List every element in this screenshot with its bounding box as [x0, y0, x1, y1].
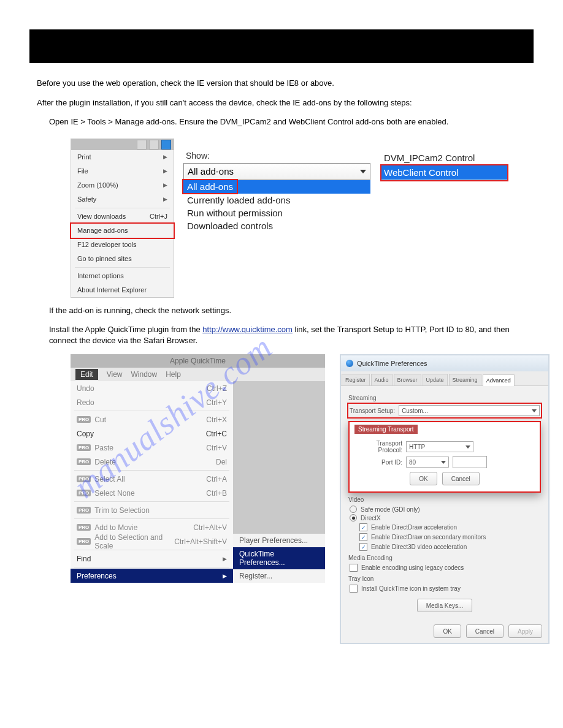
menu-pinned-sites[interactable]: Go to pinned sites: [71, 252, 174, 266]
show-label: Show:: [186, 151, 370, 161]
sub-player-prefs[interactable]: Player Preferences...: [233, 534, 325, 547]
prefs-submenu: Player Preferences... QuickTime Preferen…: [233, 534, 325, 583]
chevron-right-icon: ▶: [163, 168, 167, 174]
header-bar: [29, 29, 534, 63]
tab-streaming[interactable]: Streaming: [449, 374, 481, 385]
chevron-down-icon: [441, 461, 446, 464]
home-icon[interactable]: [137, 140, 147, 150]
select-value: All add-ons: [188, 166, 234, 176]
group-tray: Tray Icon: [348, 575, 541, 582]
radio-label: DirectX: [361, 515, 381, 521]
addon-row-webclient[interactable]: WebClient Control: [381, 165, 507, 180]
addon-row-ipcam[interactable]: DVM_IPCam2 Control: [381, 151, 507, 165]
mi-undo: UndoCtrl+Z: [71, 381, 233, 395]
media-keys-button[interactable]: Media Keys...: [417, 599, 473, 612]
mi-preferences[interactable]: Preferences▶: [71, 569, 233, 583]
mi-copy[interactable]: CopyCtrl+C: [71, 427, 233, 441]
mi-trim: PROTrim to Selection: [71, 503, 233, 517]
dialog-apply-button[interactable]: Apply: [508, 624, 542, 638]
menu-view-downloads[interactable]: View downloadsCtrl+J: [71, 210, 174, 224]
tab-audio[interactable]: Audio: [371, 374, 393, 385]
chevron-right-icon: ▶: [223, 556, 227, 562]
radio-directx[interactable]: DirectX: [350, 514, 541, 521]
menu-label: Manage add-ons: [77, 227, 128, 234]
mi-select-none: PROSelect NoneCtrl+B: [71, 486, 233, 500]
menu-internet-options[interactable]: Internet options: [71, 269, 174, 283]
menu-about-ie[interactable]: About Internet Explorer: [71, 283, 174, 297]
transport-setup-row: Transport Setup: Custom...: [348, 404, 541, 417]
cancel-button[interactable]: Cancel: [442, 472, 480, 485]
menu-label: Go to pinned sites: [77, 255, 132, 262]
dialog-titlebar: QuickTime Preferences: [341, 355, 548, 371]
option-run-without-permission[interactable]: Run without permission: [183, 207, 370, 219]
menu-view[interactable]: View: [107, 370, 123, 379]
menu-label: File: [77, 167, 88, 175]
show-select[interactable]: All add-ons: [183, 163, 370, 180]
chk-label: Enable Direct3D video acceleration: [371, 544, 467, 550]
select-value: 80: [409, 459, 416, 466]
mi-find[interactable]: Find▶: [71, 552, 233, 566]
option-all-addons[interactable]: All add-ons: [183, 180, 237, 193]
menu-help[interactable]: Help: [166, 370, 181, 379]
para-2: After the plugin installation, if you st…: [37, 97, 526, 108]
menu-label: Print: [77, 153, 91, 161]
qt-menubar: Edit View Window Help: [71, 368, 325, 381]
nested-title: Streaming Transport: [354, 425, 418, 434]
menu-manage-addons[interactable]: Manage add-ons: [71, 224, 174, 238]
dialog-ok-button[interactable]: OK: [434, 624, 461, 638]
para-3: Open IE > Tools > Manage add-ons. Ensure…: [49, 116, 526, 127]
menu-window[interactable]: Window: [131, 370, 157, 379]
group-streaming: Streaming: [348, 395, 541, 401]
menu-edit[interactable]: Edit: [75, 369, 98, 380]
tabs: Register Audio Browser Update Streaming …: [341, 371, 548, 386]
port-id-input[interactable]: [453, 456, 487, 468]
chk-label: Enable DirectDraw on secondary monitors: [371, 534, 486, 540]
radio-safe-mode[interactable]: Safe mode (GDI only): [350, 506, 541, 513]
menu-f12[interactable]: F12 developer tools: [71, 238, 174, 252]
chk-tray-icon[interactable]: Install QuickTime icon in system tray: [350, 585, 541, 593]
tab-advanced[interactable]: Advanced: [483, 374, 515, 386]
addon-show-block: Show: All add-ons All add-ons Currently …: [183, 138, 370, 232]
ie-tools-menu: Print▶ File▶ Zoom (100%)▶ Safety▶ View d…: [71, 138, 174, 298]
quicktime-edit-menu: Apple QuickTime Edit View Window Help Un…: [71, 354, 325, 583]
menu-safety[interactable]: Safety▶: [71, 192, 174, 207]
mi-select-all: PROSelect AllCtrl+A: [71, 472, 233, 486]
quicktime-link[interactable]: http://www.quicktime.com: [202, 325, 293, 334]
sub-qt-prefs[interactable]: QuickTime Preferences...: [233, 547, 325, 569]
radio-label: Safe mode (GDI only): [361, 506, 420, 513]
ok-button[interactable]: OK: [410, 472, 437, 485]
quicktime-icon: [346, 360, 353, 367]
chk-label: Install QuickTime icon in system tray: [361, 585, 461, 592]
qt-window-title: Apple QuickTime: [71, 354, 325, 368]
menu-label: Safety: [77, 195, 96, 203]
sub-register[interactable]: Register...: [233, 569, 325, 583]
dialog-cancel-button[interactable]: Cancel: [466, 624, 504, 638]
tab-browser[interactable]: Browser: [394, 374, 421, 385]
transport-protocol-select[interactable]: HTTP: [406, 441, 473, 452]
port-id-select[interactable]: 80: [406, 457, 449, 468]
gear-icon[interactable]: [161, 140, 171, 150]
chevron-right-icon: ▶: [223, 573, 227, 579]
menu-print[interactable]: Print▶: [71, 150, 174, 164]
chk-directdraw-secondary[interactable]: ✓Enable DirectDraw on secondary monitors: [359, 533, 541, 541]
chk-legacy-codecs[interactable]: Enable encoding using legacy codecs: [350, 564, 541, 572]
chevron-down-icon: [360, 170, 366, 173]
option-currently-loaded[interactable]: Currently loaded add-ons: [183, 194, 370, 207]
text: Install the Apple QuickTime plugin from …: [49, 325, 202, 334]
ie-toolbar: [71, 139, 174, 150]
menu-label: View downloads: [77, 213, 126, 220]
menu-file[interactable]: File▶: [71, 164, 174, 178]
chk-directdraw[interactable]: ✓Enable DirectDraw acceleration: [359, 523, 541, 531]
addon-list: DVM_IPCam2 Control WebClient Control: [381, 151, 507, 180]
favorites-icon[interactable]: [149, 140, 159, 150]
tab-register[interactable]: Register: [342, 374, 370, 385]
chk-direct3d[interactable]: ✓Enable Direct3D video acceleration: [359, 543, 541, 551]
menu-label: F12 developer tools: [77, 241, 137, 248]
menu-zoom[interactable]: Zoom (100%)▶: [71, 178, 174, 192]
port-id-label: Port ID:: [354, 459, 402, 466]
option-downloaded-controls[interactable]: Downloaded controls: [183, 219, 370, 232]
transport-setup-select[interactable]: Custom...: [399, 405, 540, 416]
para-1: Before you use the web operation, check …: [37, 78, 526, 89]
select-value: HTTP: [409, 444, 425, 450]
tab-update[interactable]: Update: [423, 374, 448, 385]
